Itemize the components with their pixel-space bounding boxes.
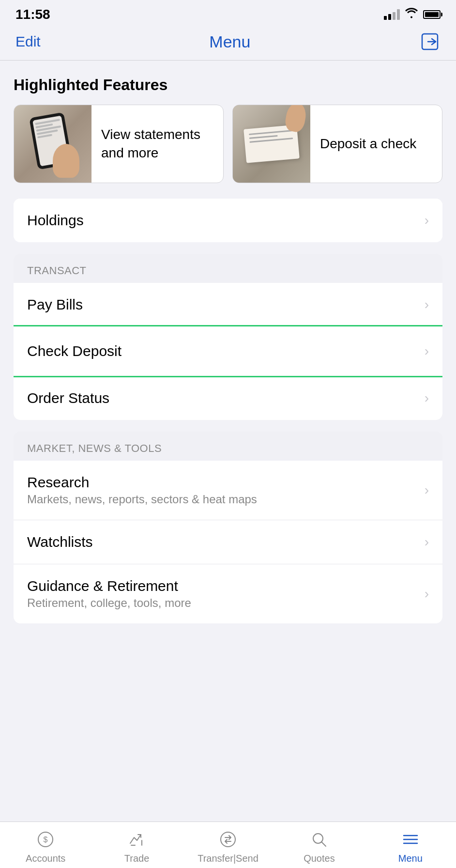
transact-label: TRANSACT bbox=[14, 254, 442, 283]
check-deposit-label: Check Deposit bbox=[27, 343, 425, 359]
holdings-section: Holdings › bbox=[14, 199, 442, 242]
logout-icon bbox=[421, 33, 439, 50]
svg-point-4 bbox=[221, 832, 235, 847]
status-bar: 11:58 bbox=[0, 0, 456, 26]
wifi-icon bbox=[405, 8, 418, 21]
transfer-tab-label: Transfer|Send bbox=[198, 853, 258, 864]
main-content: Highlighted Features bbox=[0, 61, 456, 713]
market-label: MARKET, NEWS & TOOLS bbox=[14, 432, 442, 461]
research-chevron: › bbox=[425, 482, 429, 498]
battery-icon bbox=[423, 10, 441, 19]
research-label: Research bbox=[27, 474, 425, 491]
status-time: 11:58 bbox=[15, 7, 50, 22]
accounts-icon: $ bbox=[35, 829, 56, 850]
transact-items: Pay Bills › Check Deposit › Order Status bbox=[14, 283, 442, 420]
edit-button[interactable]: Edit bbox=[15, 33, 41, 50]
pay-bills-label: Pay Bills bbox=[27, 296, 425, 313]
research-item[interactable]: Research Markets, news, reports, sectors… bbox=[14, 461, 442, 520]
transfer-icon bbox=[217, 829, 239, 850]
guidance-chevron: › bbox=[425, 586, 429, 602]
feature-cards-container: View statements and more bbox=[14, 105, 442, 183]
holdings-label: Holdings bbox=[27, 212, 425, 229]
order-status-label: Order Status bbox=[27, 390, 425, 406]
check-deposit-highlight-wrapper: Check Deposit › bbox=[14, 325, 442, 377]
quotes-icon bbox=[308, 829, 330, 850]
statements-image bbox=[14, 105, 91, 183]
check-deposit-item[interactable]: Check Deposit › bbox=[14, 326, 442, 376]
tab-trade[interactable]: Trade bbox=[91, 829, 182, 864]
order-status-item[interactable]: Order Status › bbox=[14, 376, 442, 420]
signal-icon bbox=[384, 9, 400, 20]
pay-bills-chevron: › bbox=[425, 297, 429, 312]
svg-line-6 bbox=[321, 842, 326, 846]
tab-transfer[interactable]: Transfer|Send bbox=[182, 829, 274, 864]
watchlists-chevron: › bbox=[425, 534, 429, 550]
market-section: MARKET, NEWS & TOOLS Research Markets, n… bbox=[14, 432, 442, 623]
deposit-card-text: Deposit a check bbox=[310, 127, 426, 161]
menu-title: Menu bbox=[209, 32, 250, 51]
trade-tab-label: Trade bbox=[124, 853, 150, 864]
watchlists-label: Watchlists bbox=[27, 534, 425, 550]
feature-card-statements[interactable]: View statements and more bbox=[14, 105, 224, 183]
guidance-subtitle: Retirement, college, tools, more bbox=[27, 596, 425, 610]
quotes-tab-label: Quotes bbox=[304, 853, 334, 864]
transact-section: TRANSACT Pay Bills › Check Deposit › bbox=[14, 254, 442, 420]
market-items: Research Markets, news, reports, sectors… bbox=[14, 461, 442, 623]
menu-icon bbox=[400, 829, 421, 850]
accounts-tab-label: Accounts bbox=[26, 853, 65, 864]
research-subtitle: Markets, news, reports, sectors & heat m… bbox=[27, 493, 425, 506]
feature-card-deposit[interactable]: Deposit a check bbox=[232, 105, 442, 183]
order-status-chevron: › bbox=[425, 390, 429, 406]
pay-bills-item[interactable]: Pay Bills › bbox=[14, 283, 442, 326]
trade-icon bbox=[126, 829, 148, 850]
check-deposit-chevron: › bbox=[425, 343, 429, 359]
logout-button[interactable] bbox=[419, 31, 441, 52]
tab-accounts[interactable]: $ Accounts bbox=[0, 829, 91, 864]
tab-quotes[interactable]: Quotes bbox=[274, 829, 365, 864]
deposit-image bbox=[233, 105, 310, 183]
status-icons bbox=[384, 8, 441, 21]
nav-bar: Edit Menu bbox=[0, 26, 456, 60]
menu-tab-label: Menu bbox=[398, 853, 423, 864]
tab-menu[interactable]: Menu bbox=[365, 829, 456, 864]
holdings-item[interactable]: Holdings › bbox=[14, 199, 442, 242]
guidance-label: Guidance & Retirement bbox=[27, 578, 425, 594]
statements-card-text: View statements and more bbox=[91, 118, 223, 170]
watchlists-item[interactable]: Watchlists › bbox=[14, 520, 442, 564]
highlighted-features-title: Highlighted Features bbox=[14, 76, 442, 94]
svg-text:$: $ bbox=[44, 836, 48, 844]
tab-bar: $ Accounts Trade Transfer|Send bbox=[0, 822, 456, 868]
holdings-chevron: › bbox=[425, 213, 429, 228]
guidance-item[interactable]: Guidance & Retirement Retirement, colleg… bbox=[14, 564, 442, 623]
